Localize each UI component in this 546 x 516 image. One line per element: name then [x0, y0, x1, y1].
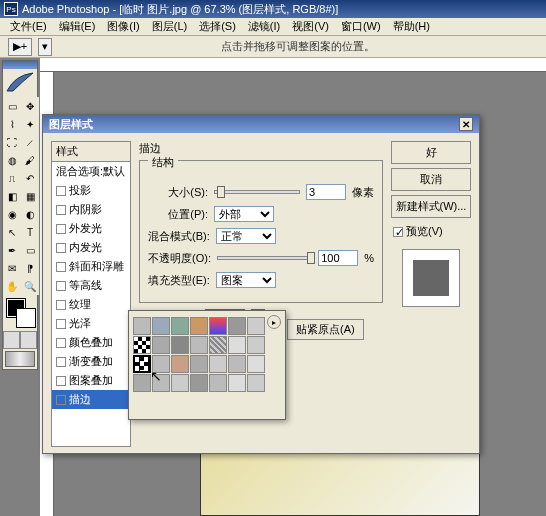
menu-select[interactable]: 选择(S) — [193, 19, 242, 34]
tool-history[interactable]: ↶ — [21, 169, 39, 187]
style-item-texture[interactable]: 纹理 — [52, 295, 130, 314]
options-bar: ▶+ ▾ 点击并拖移可调整图案的位置。 — [0, 36, 546, 58]
pattern-picker-menu-icon[interactable]: ▸ — [267, 315, 281, 329]
tool-lasso[interactable]: ⌇ — [3, 115, 21, 133]
pattern-swatch[interactable] — [133, 317, 151, 335]
style-item-gradientoverlay[interactable]: 渐变叠加 — [52, 352, 130, 371]
menu-filter[interactable]: 滤镜(I) — [242, 19, 286, 34]
tool-path[interactable]: ↖ — [3, 223, 21, 241]
tool-crop[interactable]: ⛶ — [3, 133, 21, 151]
menu-image[interactable]: 图像(I) — [101, 19, 145, 34]
pattern-swatch[interactable] — [190, 374, 208, 392]
pattern-swatch[interactable] — [171, 355, 189, 373]
menu-view[interactable]: 视图(V) — [286, 19, 335, 34]
style-item-satin[interactable]: 光泽 — [52, 314, 130, 333]
tool-slice[interactable]: ⟋ — [21, 133, 39, 151]
position-select[interactable]: 外部 — [214, 206, 274, 222]
tool-gradient[interactable]: ▦ — [21, 187, 39, 205]
tool-eyedrop[interactable]: ⁋ — [21, 259, 39, 277]
size-slider[interactable] — [214, 190, 300, 194]
pattern-swatch[interactable] — [133, 336, 151, 354]
opacity-input[interactable] — [318, 250, 358, 266]
pattern-swatch[interactable] — [228, 355, 246, 373]
tool-dodge[interactable]: ◐ — [21, 205, 39, 223]
pattern-swatch[interactable] — [133, 374, 151, 392]
tool-type[interactable]: T — [21, 223, 39, 241]
pattern-swatch[interactable] — [247, 317, 265, 335]
style-item-innershadow[interactable]: 内阴影 — [52, 200, 130, 219]
style-item-outerglow[interactable]: 外发光 — [52, 219, 130, 238]
menu-help[interactable]: 帮助(H) — [387, 19, 436, 34]
ok-button[interactable]: 好 — [391, 141, 471, 164]
blendmode-select[interactable]: 正常 — [216, 228, 276, 244]
pattern-swatch[interactable] — [247, 355, 265, 373]
pattern-swatch[interactable] — [171, 317, 189, 335]
tool-stamp[interactable]: ⎍ — [3, 169, 21, 187]
options-toggle-icon[interactable]: ▾ — [38, 38, 52, 56]
tool-shape[interactable]: ▭ — [21, 241, 39, 259]
menu-file[interactable]: 文件(E) — [4, 19, 53, 34]
tool-pen[interactable]: ✒ — [3, 241, 21, 259]
pattern-swatch[interactable] — [152, 336, 170, 354]
style-item-bevel[interactable]: 斜面和浮雕 — [52, 257, 130, 276]
app-titlebar: Ps Adobe Photoshop - [临时 图片.jpg @ 67.3% … — [0, 0, 546, 18]
cancel-button[interactable]: 取消 — [391, 168, 471, 191]
pattern-swatch[interactable] — [152, 317, 170, 335]
background-color[interactable] — [17, 309, 35, 327]
snap-origin-button[interactable]: 贴紧原点(A) — [287, 319, 364, 340]
toolbox-screenmode[interactable] — [5, 351, 35, 367]
pattern-picker-flyout: ▸ — [128, 310, 286, 420]
pattern-swatch[interactable] — [228, 374, 246, 392]
tool-move[interactable]: ✥ — [21, 97, 39, 115]
tool-heal[interactable]: ◍ — [3, 151, 21, 169]
style-item-dropshadow[interactable]: 投影 — [52, 181, 130, 200]
pattern-swatch[interactable] — [228, 336, 246, 354]
preview-checkbox[interactable]: ✓ 预览(V) — [391, 222, 471, 241]
tool-hand[interactable]: ✋ — [3, 277, 21, 295]
style-item-stroke[interactable]: 描边 — [52, 390, 130, 409]
pattern-swatch[interactable] — [190, 336, 208, 354]
tool-notes[interactable]: ✉ — [3, 259, 21, 277]
toolbox: ▭ ✥ ⌇ ✦ ⛶ ⟋ ◍ 🖌 ⎍ ↶ ◧ ▦ ◉ ◐ ↖ T ✒ ▭ ✉ ⁋ … — [2, 60, 38, 370]
pattern-swatch-selected[interactable] — [133, 355, 151, 373]
styles-list: 样式 混合选项:默认 投影 内阴影 外发光 内发光 斜面和浮雕 等高线 纹理 光… — [51, 141, 131, 447]
standard-mode-icon[interactable] — [3, 331, 20, 349]
pattern-swatch[interactable] — [247, 336, 265, 354]
pattern-swatch[interactable] — [209, 336, 227, 354]
style-blend-defaults[interactable]: 混合选项:默认 — [52, 162, 130, 181]
pattern-swatch[interactable] — [209, 355, 227, 373]
menu-window[interactable]: 窗口(W) — [335, 19, 387, 34]
menu-layer[interactable]: 图层(L) — [146, 19, 193, 34]
style-item-innerglow[interactable]: 内发光 — [52, 238, 130, 257]
newstyle-button[interactable]: 新建样式(W)... — [391, 195, 471, 218]
pattern-swatch[interactable] — [190, 317, 208, 335]
position-label: 位置(P): — [148, 207, 208, 222]
menu-edit[interactable]: 编辑(E) — [53, 19, 102, 34]
tool-wand[interactable]: ✦ — [21, 115, 39, 133]
pattern-swatch[interactable] — [171, 374, 189, 392]
pattern-swatch[interactable] — [190, 355, 208, 373]
size-input[interactable] — [306, 184, 346, 200]
dialog-titlebar[interactable]: 图层样式 ✕ — [43, 115, 479, 133]
style-item-patternoverlay[interactable]: 图案叠加 — [52, 371, 130, 390]
tool-zoom[interactable]: 🔍 — [21, 277, 39, 295]
pattern-swatch[interactable] — [209, 317, 227, 335]
tool-brush[interactable]: 🖌 — [21, 151, 39, 169]
pattern-swatch[interactable] — [228, 317, 246, 335]
filltype-select[interactable]: 图案 — [216, 272, 276, 288]
toolbox-header[interactable] — [3, 61, 37, 69]
quickmask-mode-icon[interactable] — [20, 331, 37, 349]
close-icon[interactable]: ✕ — [459, 117, 473, 131]
opacity-slider[interactable] — [217, 256, 312, 260]
filltype-label: 填充类型(E): — [148, 273, 210, 288]
pattern-swatch[interactable] — [247, 374, 265, 392]
move-tool-icon[interactable]: ▶+ — [8, 38, 32, 56]
pattern-swatch[interactable] — [209, 374, 227, 392]
tool-blur[interactable]: ◉ — [3, 205, 21, 223]
style-item-contour[interactable]: 等高线 — [52, 276, 130, 295]
tool-eraser[interactable]: ◧ — [3, 187, 21, 205]
style-item-coloroverlay[interactable]: 颜色叠加 — [52, 333, 130, 352]
toolbox-colors — [3, 295, 37, 331]
tool-marquee[interactable]: ▭ — [3, 97, 21, 115]
pattern-swatch[interactable] — [171, 336, 189, 354]
